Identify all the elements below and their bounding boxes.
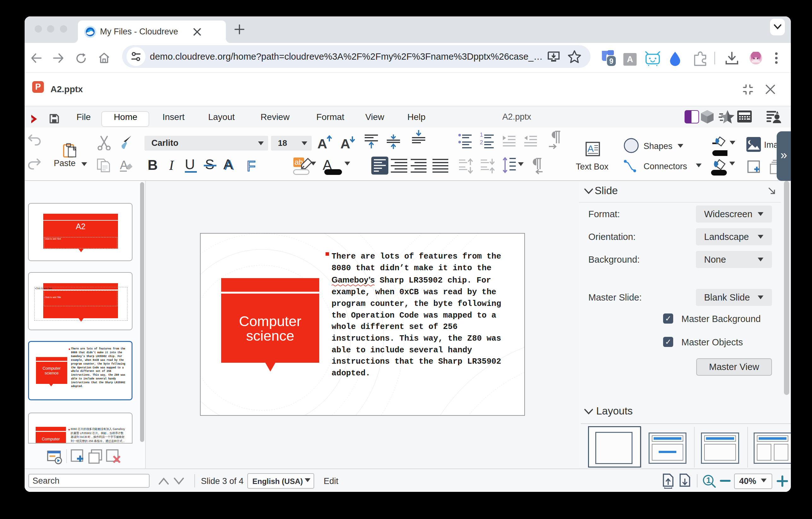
svg-text:F: F — [247, 158, 256, 173]
svg-text:A: A — [587, 143, 594, 154]
svg-text:A: A — [120, 159, 128, 172]
svg-text:A: A — [317, 136, 327, 150]
svg-text:1: 1 — [706, 476, 711, 485]
svg-text:A: A — [340, 136, 350, 150]
svg-text:9: 9 — [609, 57, 614, 65]
svg-text:2: 2 — [480, 139, 483, 145]
svg-text:1: 1 — [480, 133, 483, 138]
